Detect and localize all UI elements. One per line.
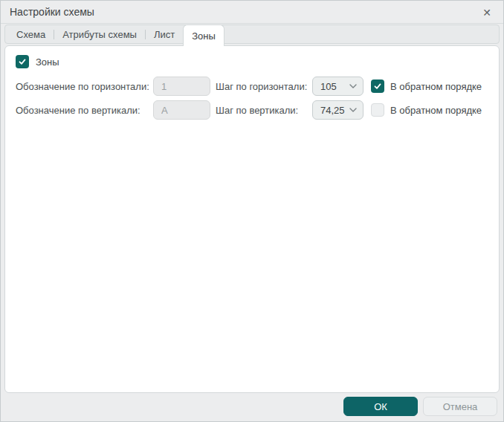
horizontal-step-label: Шаг по горизонтали:: [216, 81, 312, 92]
zones-tab-panel: Зоны Обозначение по горизонтали: Шаг по …: [4, 45, 500, 393]
horizontal-step-value: 105: [320, 81, 349, 92]
chevron-down-icon: [349, 84, 357, 88]
vertical-step-value: 74,25: [320, 105, 349, 116]
tabs: Схема Атрибуты схемы Лист Зоны: [4, 25, 500, 44]
checkmark-icon: [18, 57, 27, 66]
close-icon[interactable]: ✕: [479, 5, 494, 20]
vertical-step-label: Шаг по вертикали:: [216, 105, 312, 116]
vertical-designation-label: Обозначение по вертикали:: [16, 105, 153, 116]
tab-schema[interactable]: Схема: [8, 25, 54, 44]
chevron-down-icon: [349, 108, 357, 112]
vertical-settings-row: Обозначение по вертикали: Шаг по вертика…: [16, 100, 490, 120]
dialog-title: Настройки схемы: [10, 6, 94, 18]
vertical-reverse-label: В обратном порядке: [390, 105, 482, 116]
tab-zones[interactable]: Зоны: [183, 25, 224, 46]
cancel-button[interactable]: Отмена: [423, 397, 497, 416]
tab-sheet[interactable]: Лист: [146, 25, 183, 44]
vertical-designation-input[interactable]: [153, 100, 210, 120]
horizontal-step-dropdown[interactable]: 105: [312, 77, 364, 96]
horizontal-reverse-label: В обратном порядке: [390, 81, 482, 92]
checkmark-icon: [373, 82, 382, 91]
vertical-reverse-checkbox[interactable]: [371, 103, 384, 117]
titlebar: Настройки схемы ✕: [1, 1, 503, 24]
zones-checkbox[interactable]: [16, 55, 29, 68]
dialog-footer: ОК Отмена: [1, 393, 503, 421]
ok-button[interactable]: ОК: [343, 397, 418, 416]
horizontal-reverse-checkbox[interactable]: [371, 79, 384, 93]
horizontal-settings-row: Обозначение по горизонтали: Шаг по гориз…: [16, 77, 490, 96]
horizontal-designation-input[interactable]: [153, 77, 210, 96]
vertical-step-dropdown[interactable]: 74,25: [312, 100, 364, 120]
settings-dialog: Настройки схемы ✕ Схема Атрибуты схемы Л…: [0, 0, 504, 422]
zones-toggle-row: Зоны: [16, 55, 490, 68]
tab-strip: Схема Атрибуты схемы Лист Зоны: [4, 25, 500, 44]
horizontal-designation-label: Обозначение по горизонтали:: [16, 81, 153, 92]
tab-schema-attributes[interactable]: Атрибуты схемы: [54, 25, 145, 44]
zones-checkbox-label: Зоны: [36, 56, 59, 68]
